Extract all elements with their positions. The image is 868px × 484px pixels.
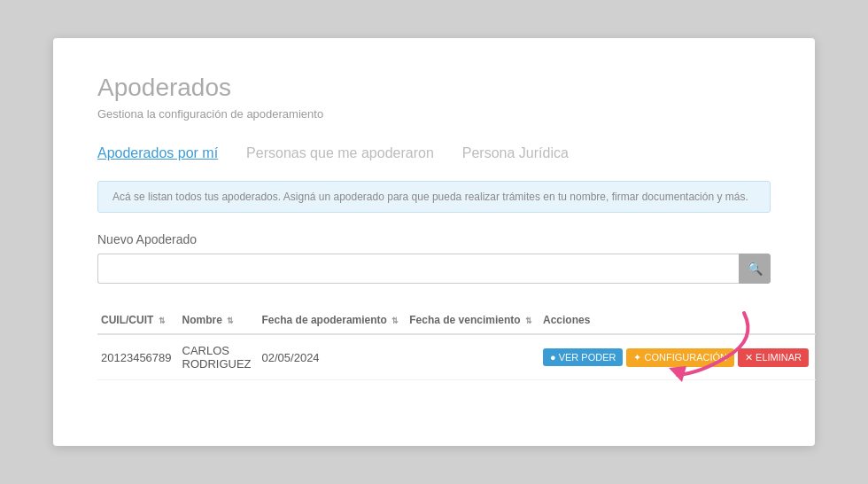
col-header-acciones: Acciones <box>539 308 816 334</box>
cell-fecha-vencimiento <box>406 334 539 380</box>
page-subtitle: Gestiona la configuración de apoderamien… <box>97 107 771 121</box>
col-header-fecha-apoderamiento: Fecha de apoderamiento ⇅ <box>259 308 407 334</box>
sort-icon-nombre: ⇅ <box>227 316 234 325</box>
new-apoderado-label: Nuevo Apoderado <box>97 232 771 246</box>
cell-acciones: ● VER PODER ✦ CONFIGURACIÓN ✕ ELIMINAR <box>539 334 816 380</box>
sort-icon-fecha-vencimiento: ⇅ <box>525 316 532 325</box>
apoderados-table: CUIL/CUIT ⇅ Nombre ⇅ Fecha de apoderamie… <box>97 308 816 380</box>
table-row: 20123456789 CARLOS RODRIGUEZ 02/05/2024 … <box>97 334 816 380</box>
tab-personas-que-me-apoderaron[interactable]: Personas que me apoderaron <box>246 145 434 165</box>
eliminar-button[interactable]: ✕ ELIMINAR <box>738 348 809 367</box>
sort-icon-cuil: ⇅ <box>159 316 166 325</box>
search-button[interactable]: 🔍 <box>739 254 771 284</box>
search-row: 🔍 <box>97 254 771 284</box>
search-input[interactable] <box>97 254 739 284</box>
tab-bar: Apoderados por mí Personas que me apoder… <box>97 145 771 165</box>
cell-nombre: CARLOS RODRIGUEZ <box>179 334 259 380</box>
col-header-fecha-vencimiento: Fecha de vencimiento ⇅ <box>406 308 539 334</box>
actions-cell: ● VER PODER ✦ CONFIGURACIÓN ✕ ELIMINAR <box>543 348 809 367</box>
sort-icon-fecha-apoderamiento: ⇅ <box>391 316 399 325</box>
col-header-nombre: Nombre ⇅ <box>179 308 259 334</box>
ver-poder-button[interactable]: ● VER PODER <box>543 348 624 366</box>
main-window: Apoderados Gestiona la configuración de … <box>53 38 815 446</box>
configuracion-button[interactable]: ✦ CONFIGURACIÓN <box>626 348 734 367</box>
tab-apoderados-por-mi[interactable]: Apoderados por mí <box>97 145 218 165</box>
table-header-row: CUIL/CUIT ⇅ Nombre ⇅ Fecha de apoderamie… <box>97 308 816 334</box>
tab-persona-juridica[interactable]: Persona Jurídica <box>462 145 569 165</box>
col-header-cuil: CUIL/CUIT ⇅ <box>97 308 179 334</box>
apoderados-table-container: CUIL/CUIT ⇅ Nombre ⇅ Fecha de apoderamie… <box>97 308 771 380</box>
info-box: Acá se listan todos tus apoderados. Asig… <box>97 181 771 213</box>
cell-fecha-apoderamiento: 02/05/2024 <box>259 334 407 380</box>
cell-cuil: 20123456789 <box>97 334 179 380</box>
search-icon: 🔍 <box>748 262 763 276</box>
page-title: Apoderados <box>97 74 771 102</box>
